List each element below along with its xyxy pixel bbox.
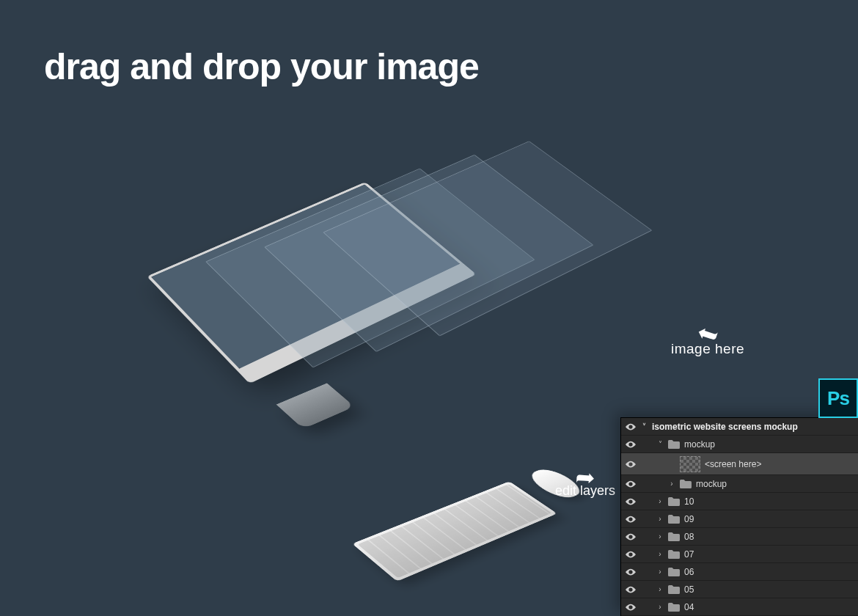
smart-object-layer-row[interactable]: <screen here> [621, 453, 858, 475]
twisty-right-icon[interactable]: › [656, 585, 664, 593]
layer-folder-row[interactable]: ›09 [621, 510, 858, 528]
layer-name-label[interactable]: 07 [684, 549, 852, 560]
layer-name-label[interactable]: <screen here> [705, 459, 852, 469]
layer-name-label[interactable]: 10 [684, 496, 852, 507]
twisty-right-icon[interactable]: › [656, 568, 664, 576]
visibility-eye-icon[interactable] [626, 604, 636, 611]
photoshop-app-icon: Ps [818, 378, 858, 418]
twisty-right-icon[interactable]: › [656, 515, 664, 523]
page-headline: drag and drop your image [44, 45, 479, 88]
visibility-eye-icon[interactable] [626, 480, 636, 488]
visibility-eye-icon[interactable] [626, 423, 636, 430]
twisty-right-icon[interactable]: › [656, 532, 664, 540]
visibility-eye-icon[interactable] [626, 533, 636, 540]
folder-icon [668, 532, 680, 541]
folder-icon [680, 480, 692, 488]
folder-icon [668, 515, 680, 524]
twisty-right-icon[interactable]: › [656, 497, 664, 505]
visibility-eye-icon[interactable] [626, 516, 636, 523]
layer-folder-row[interactable]: ›04 [621, 598, 858, 616]
visibility-eye-icon[interactable] [626, 586, 636, 593]
folder-icon [668, 585, 680, 594]
visibility-eye-icon[interactable] [626, 441, 636, 448]
layer-name-label[interactable]: 05 [684, 584, 852, 595]
layers-panel-header-row[interactable]: ˅ isometric website screens mockup [621, 418, 858, 436]
layer-folder-row[interactable]: ›06 [621, 563, 858, 581]
layer-name-label[interactable]: 06 [684, 567, 852, 577]
layer-group-name[interactable]: isometric website screens mockup [652, 422, 852, 432]
folder-icon [668, 550, 680, 559]
folder-icon [668, 603, 680, 612]
visibility-eye-icon[interactable] [626, 568, 636, 576]
layer-folder-row[interactable]: ›10 [621, 493, 858, 510]
layer-folder-row[interactable]: ›08 [621, 528, 858, 546]
layer-folder-row[interactable]: ›05 [621, 581, 858, 598]
layer-folder-row[interactable]: ›07 [621, 546, 858, 563]
visibility-eye-icon[interactable] [626, 461, 636, 468]
layer-name-label[interactable]: 09 [684, 514, 852, 524]
photoshop-layers-panel[interactable]: Ps ˅ isometric website screens mockup ˅m… [620, 417, 858, 616]
isometric-mockup-scene [147, 123, 601, 505]
twisty-right-icon[interactable]: › [656, 550, 664, 558]
smart-object-thumb-icon[interactable] [680, 456, 700, 472]
layer-folder-row[interactable]: ˅mockup [621, 436, 858, 453]
callout-image-here: ➥ image here [671, 326, 744, 357]
layer-folder-row[interactable]: ›mockup [621, 475, 858, 493]
twisty-down-icon[interactable]: ˅ [656, 440, 664, 448]
layer-name-label[interactable]: mockup [696, 479, 852, 489]
layer-name-label[interactable]: mockup [684, 439, 852, 450]
twisty-down-icon[interactable]: ˅ [640, 422, 648, 430]
twisty-right-icon[interactable]: › [668, 480, 675, 488]
folder-icon [668, 568, 680, 576]
folder-icon [668, 497, 680, 506]
folder-icon [668, 440, 680, 449]
layer-name-label[interactable]: 08 [684, 532, 852, 542]
callout-edit-layers: ➦ edit layers [555, 472, 615, 499]
imac-stand [276, 383, 355, 428]
visibility-eye-icon[interactable] [626, 551, 636, 558]
twisty-right-icon[interactable]: › [656, 603, 664, 611]
visibility-eye-icon[interactable] [626, 498, 636, 505]
keyboard-prop [352, 481, 557, 582]
layer-name-label[interactable]: 04 [684, 602, 852, 612]
